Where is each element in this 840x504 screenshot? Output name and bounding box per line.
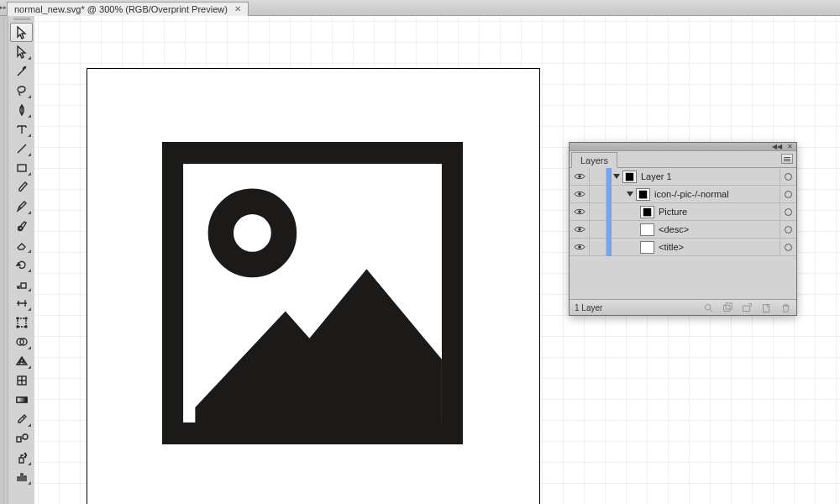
delete-layer-icon[interactable] — [780, 302, 791, 313]
lock-column[interactable] — [590, 168, 606, 186]
layer-color-bar — [606, 203, 612, 221]
svg-point-1 — [221, 202, 284, 265]
layer-name: icon-/-pic-/-normal — [654, 189, 780, 199]
eraser-tool[interactable] — [10, 235, 33, 255]
panel-window-controls: ◀◀ ✕ — [570, 143, 796, 151]
symbol-sprayer-tool[interactable] — [10, 448, 33, 467]
close-tab-icon[interactable]: ✕ — [234, 4, 241, 13]
paintbrush-tool[interactable] — [10, 177, 33, 197]
layers-panel-status-bar: 1 Layer — [570, 300, 796, 315]
mesh-tool[interactable] — [10, 370, 33, 390]
layer-name: <title> — [659, 242, 780, 252]
pen-tool[interactable] — [10, 100, 33, 119]
gradient-tool[interactable] — [10, 390, 33, 409]
shape-builder-tool[interactable] — [10, 332, 33, 351]
panel-menu-icon[interactable] — [781, 154, 793, 164]
width-tool[interactable] — [10, 293, 33, 312]
panel-collapse-icon[interactable]: ◀◀ — [772, 143, 782, 150]
create-new-layer-icon[interactable] — [761, 302, 772, 313]
layer-list-empty — [570, 256, 796, 300]
rotate-tool[interactable] — [10, 255, 33, 274]
layer-name: Picture — [659, 207, 780, 217]
lock-column[interactable] — [590, 186, 606, 203]
layer-count-label: 1 Layer — [575, 303, 602, 312]
svg-rect-9 — [726, 302, 732, 308]
tabstrip-expand-icon[interactable]: ▸▸ — [0, 0, 7, 16]
pencil-tool[interactable] — [10, 197, 33, 216]
layer-row[interactable]: icon-/-pic-/-normal — [570, 186, 796, 203]
lock-column[interactable] — [590, 239, 606, 256]
blob-brush-tool[interactable] — [10, 216, 33, 235]
rectangle-tool[interactable] — [10, 158, 33, 177]
lock-column[interactable] — [590, 221, 606, 239]
svg-rect-8 — [724, 305, 730, 311]
document-tab[interactable]: normal_new.svg* @ 300% (RGB/Overprint Pr… — [7, 2, 249, 16]
layer-color-bar — [606, 239, 612, 256]
svg-point-3 — [578, 192, 581, 196]
layer-row[interactable]: Picture — [570, 203, 796, 221]
layers-tab-label: Layers — [580, 155, 608, 165]
direct-selection-tool[interactable] — [10, 42, 33, 61]
perspective-grid-tool[interactable] — [10, 351, 33, 370]
svg-point-2 — [578, 175, 581, 178]
line-segment-tool[interactable] — [10, 139, 33, 158]
layer-color-bar — [606, 168, 612, 186]
layer-color-bar — [606, 221, 612, 239]
blend-tool[interactable] — [10, 428, 33, 448]
svg-point-5 — [578, 228, 581, 231]
visibility-toggle-icon[interactable] — [570, 203, 590, 221]
layer-row[interactable]: <desc> — [570, 221, 796, 239]
magic-wand-tool[interactable] — [10, 61, 33, 81]
visibility-toggle-icon[interactable] — [570, 186, 590, 203]
svg-point-6 — [578, 245, 581, 249]
free-transform-tool[interactable] — [10, 312, 33, 332]
layer-name: <desc> — [659, 224, 780, 234]
layer-name: Layer 1 — [641, 171, 780, 181]
svg-point-7 — [705, 304, 711, 310]
scale-tool[interactable] — [10, 274, 33, 293]
svg-rect-10 — [743, 306, 750, 312]
visibility-toggle-icon[interactable] — [570, 221, 590, 239]
lasso-tool[interactable] — [10, 81, 33, 100]
svg-point-4 — [578, 210, 581, 213]
target-icon[interactable] — [780, 168, 796, 186]
visibility-toggle-icon[interactable] — [570, 239, 590, 256]
tools-panel-grip[interactable] — [8, 16, 34, 23]
target-icon[interactable] — [780, 203, 796, 221]
panel-close-icon[interactable]: ✕ — [787, 143, 793, 150]
column-graph-tool[interactable] — [10, 467, 33, 486]
artwork-picture-icon[interactable] — [162, 142, 463, 444]
layers-tab[interactable]: Layers — [571, 152, 617, 168]
target-icon[interactable] — [780, 186, 796, 203]
create-sublayer-icon[interactable] — [742, 302, 753, 313]
layer-color-bar — [606, 186, 612, 203]
tools-panel — [8, 16, 34, 504]
eyedropper-tool[interactable] — [10, 409, 33, 428]
panel-tabstrip: Layers — [570, 151, 796, 168]
type-tool[interactable] — [10, 119, 33, 139]
make-clipping-mask-icon[interactable] — [722, 302, 733, 313]
svg-rect-11 — [763, 304, 769, 312]
document-tabstrip: ▸▸ normal_new.svg* @ 300% (RGB/Overprint… — [0, 0, 840, 16]
left-sidebar — [0, 16, 34, 504]
visibility-toggle-icon[interactable] — [570, 168, 590, 186]
layer-row[interactable]: <title> — [570, 239, 796, 256]
layer-row[interactable]: Layer 1 — [570, 168, 796, 186]
selection-tool[interactable] — [10, 23, 33, 42]
layers-panel: ◀◀ ✕ Layers Layer 1icon-/-pic-/-normalPi… — [569, 142, 797, 316]
layer-list: Layer 1icon-/-pic-/-normalPicture<desc><… — [570, 168, 796, 256]
target-icon[interactable] — [780, 239, 796, 256]
target-icon[interactable] — [780, 221, 796, 239]
document-tab-title: normal_new.svg* @ 300% (RGB/Overprint Pr… — [14, 4, 228, 14]
lock-column[interactable] — [590, 203, 606, 221]
locate-object-icon[interactable] — [703, 302, 714, 313]
